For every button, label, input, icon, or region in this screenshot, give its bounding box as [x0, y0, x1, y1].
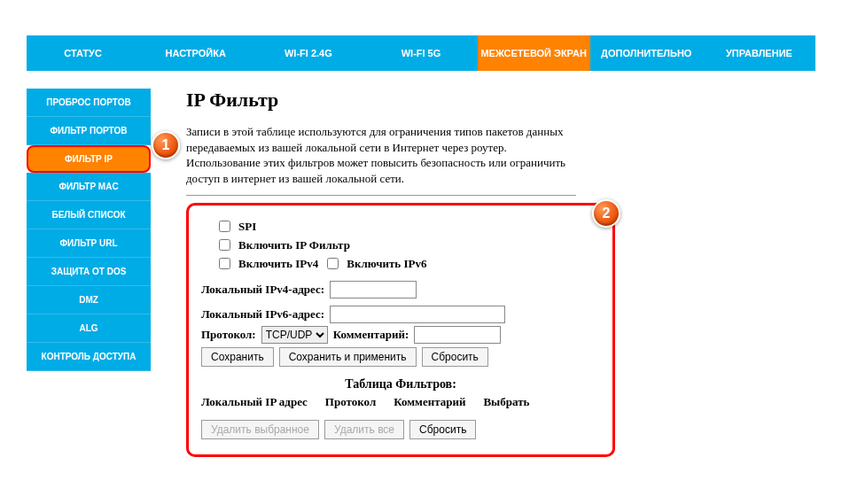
sidebar-item-ip-filter[interactable]: ФИЛЬТР IP — [27, 145, 151, 173]
comment-label: Комментарий: — [333, 328, 409, 342]
local-ipv4-label: Локальный IPv4-адрес: — [201, 283, 324, 297]
page-title: IP Фильтр — [186, 89, 798, 112]
ip-filter-panel: SPI Включить IP Фильтр Включить IPv4 Вкл… — [186, 203, 615, 457]
tab-management[interactable]: УПРАВЛЕНИЕ — [703, 35, 815, 71]
sidebar-item-url-filter[interactable]: ФИЛЬТР URL — [27, 229, 151, 258]
enable-ip-filter-label: Включить IP Фильтр — [238, 238, 350, 252]
sidebar-item-dos-protect[interactable]: ЗАЩИТА ОТ DOS — [27, 258, 151, 286]
sidebar: ПРОБРОС ПОРТОВ ФИЛЬТР ПОРТОВ ФИЛЬТР IP Ф… — [27, 89, 151, 457]
spi-label: SPI — [238, 220, 256, 234]
th-protocol: Протокол — [325, 395, 376, 409]
tab-advanced[interactable]: ДОПОЛНИТЕЛЬНО — [590, 35, 703, 71]
annotation-badge-2: 2 — [592, 199, 620, 228]
sidebar-item-mac-filter[interactable]: ФИЛЬТР MAC — [27, 173, 151, 201]
protocol-label: Протокол: — [201, 328, 256, 342]
tab-status[interactable]: СТАТУС — [27, 35, 139, 71]
sidebar-item-dmz[interactable]: DMZ — [27, 286, 151, 314]
filter-table-headers: Локальный IP адрес Протокол Комментарий … — [201, 395, 600, 409]
th-local-ip: Локальный IP адрес — [201, 395, 308, 409]
local-ipv4-input[interactable] — [330, 281, 417, 299]
reset-button[interactable]: Сбросить — [422, 347, 488, 367]
sidebar-item-whitelist[interactable]: БЕЛЫЙ СПИСОК — [27, 201, 151, 229]
tab-wifi-24g[interactable]: WI-FI 2.4G — [252, 35, 364, 71]
tab-firewall[interactable]: МЕЖСЕТЕВОЙ ЭКРАН — [478, 35, 590, 71]
enable-ipv4-checkbox[interactable] — [219, 258, 230, 269]
save-apply-button[interactable]: Сохранить и применить — [279, 347, 417, 367]
sidebar-item-port-forward[interactable]: ПРОБРОС ПОРТОВ — [27, 89, 151, 117]
spi-checkbox[interactable] — [219, 221, 230, 232]
save-button[interactable]: Сохранить — [201, 347, 274, 367]
th-comment: Комментарий — [394, 395, 465, 409]
top-nav: СТАТУС НАСТРОЙКА WI-FI 2.4G WI-FI 5G МЕЖ… — [27, 35, 815, 71]
delete-all-button[interactable]: Удалить все — [324, 420, 404, 439]
delete-selected-button[interactable]: Удалить выбранное — [201, 420, 319, 439]
table-reset-button[interactable]: Сбросить — [409, 420, 476, 439]
sidebar-item-port-filter[interactable]: ФИЛЬТР ПОРТОВ — [27, 117, 151, 145]
annotation-badge-1: 1 — [152, 131, 180, 159]
tab-setup[interactable]: НАСТРОЙКА — [139, 35, 252, 71]
filter-table-title: Таблица Фильтров: — [201, 377, 600, 392]
page-description: Записи в этой таблице используются для о… — [186, 124, 576, 196]
tab-wifi-5g[interactable]: WI-FI 5G — [364, 35, 477, 71]
th-select: Выбрать — [483, 395, 529, 409]
local-ipv6-label: Локальный IPv6-адрес: — [201, 307, 324, 322]
enable-ip-filter-checkbox[interactable] — [219, 239, 230, 251]
local-ipv6-input[interactable] — [330, 306, 505, 323]
enable-ipv4-label: Включить IPv4 — [238, 257, 318, 271]
protocol-select[interactable]: TCP/UDP — [261, 326, 328, 344]
sidebar-item-alg[interactable]: ALG — [27, 314, 151, 343]
enable-ipv6-checkbox[interactable] — [327, 258, 339, 269]
enable-ipv6-label: Включить IPv6 — [347, 257, 426, 271]
comment-input[interactable] — [414, 326, 501, 344]
sidebar-item-access-control[interactable]: КОНТРОЛЬ ДОСТУПА — [27, 343, 151, 371]
